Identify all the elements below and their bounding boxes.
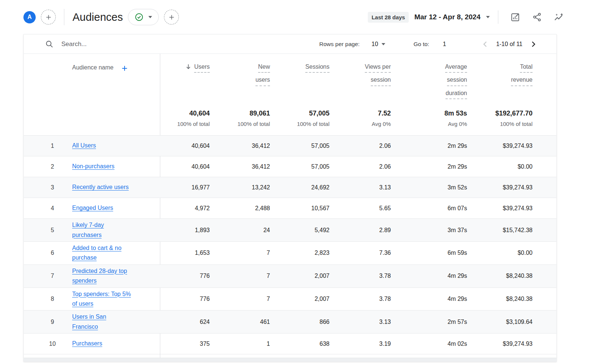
chevron-left-icon <box>480 39 490 49</box>
cell-users: 40,604 <box>160 163 210 170</box>
cell-sessions: 638 <box>270 341 329 347</box>
chevron-down-icon[interactable] <box>382 43 385 45</box>
table-row: 1 All Users 40,604 36,412 57,005 2.06 2m… <box>24 135 556 156</box>
column-header-new-users[interactable]: New users <box>210 64 270 103</box>
cell-total-revenue: $39,274.93 <box>467 205 533 212</box>
audience-link[interactable]: Recently active users <box>72 184 129 190</box>
table-row: 5 Likely 7-day purchasers 1,893 24 5,492… <box>24 218 556 241</box>
table-row: 6 Added to cart & no purchase 1,653 7 2,… <box>24 241 556 264</box>
avatar[interactable]: A <box>23 11 36 23</box>
cell-views-per-session: 3.13 <box>329 184 391 191</box>
share-button[interactable] <box>530 10 544 24</box>
audience-name-header: Audience name <box>72 64 113 71</box>
check-circle-icon <box>135 13 144 22</box>
cell-new-users: 461 <box>210 319 270 325</box>
goto-page-label: Go to: <box>414 41 429 48</box>
chevron-right-icon <box>528 39 538 49</box>
total-users: 40,604 100% of total <box>160 110 210 127</box>
cell-new-users: 7 <box>210 273 270 279</box>
cell-avg-session-duration: 3m 52s <box>391 184 467 191</box>
table-bottom-filler <box>24 354 556 358</box>
audience-link[interactable]: All Users <box>72 142 96 149</box>
cell-views-per-session: 7.36 <box>329 250 391 256</box>
cell-sessions: 57,005 <box>270 163 329 170</box>
audience-link[interactable]: Non-purchasers <box>72 163 115 169</box>
page-title: Audiences <box>73 11 123 23</box>
cell-views-per-session: 5.65 <box>329 205 391 212</box>
add-comparison-button[interactable] <box>41 10 56 25</box>
cell-users: 776 <box>160 273 210 279</box>
column-header-sessions[interactable]: Sessions <box>270 64 329 103</box>
search-input[interactable] <box>61 40 232 48</box>
audience-link[interactable]: Added to cart & no purchase <box>72 245 122 261</box>
cell-avg-session-duration: 4m 02s <box>391 341 467 347</box>
customize-report-button[interactable] <box>508 10 522 25</box>
column-header-views-per-session[interactable]: Views per session <box>329 64 391 103</box>
cell-views-per-session: 2.06 <box>329 163 391 170</box>
cell-total-revenue: $3,109.64 <box>467 319 533 325</box>
cell-total-revenue: $0.00 <box>467 163 533 170</box>
previous-page-button[interactable] <box>480 39 491 50</box>
date-range-value: Mar 12 - Apr 8, 2024 <box>414 13 480 21</box>
total-new-users: 89,061 100% of total <box>210 110 270 127</box>
add-dimension-button[interactable] <box>121 65 128 72</box>
cell-sessions: 2,007 <box>270 296 329 302</box>
audience-name-header-cell: Audience name <box>63 64 160 103</box>
goto-page-input[interactable] <box>438 40 451 48</box>
audience-link[interactable]: Purchasers <box>72 340 102 347</box>
date-range-selector[interactable]: Last 28 days Mar 12 - Apr 8, 2024 <box>368 12 490 23</box>
table-row: 2 Non-purchasers 40,604 36,412 57,005 2.… <box>24 156 556 177</box>
cell-sessions: 5,492 <box>270 227 329 234</box>
report-status-pill[interactable] <box>128 9 159 25</box>
audience-link[interactable]: Engaged Users <box>72 205 113 211</box>
cell-new-users: 7 <box>210 296 270 302</box>
date-range-chip: Last 28 days <box>368 12 409 23</box>
column-header-users[interactable]: Users <box>160 64 210 103</box>
add-report-button[interactable] <box>164 10 179 25</box>
cell-users: 4,972 <box>160 205 210 212</box>
top-bar-left: A Audiences <box>23 9 179 25</box>
divider <box>64 9 64 25</box>
cell-new-users: 2,488 <box>210 205 270 212</box>
horizontal-scrollbar[interactable] <box>24 358 556 361</box>
chevron-down-icon <box>486 16 490 18</box>
audience-link[interactable]: Users in San Francisco <box>72 313 106 329</box>
audiences-table: Audience name Users New users <box>24 54 556 358</box>
cell-total-revenue: $39,274.93 <box>467 341 533 347</box>
cell-new-users: 13,242 <box>210 184 270 191</box>
cell-avg-session-duration: 2m 29s <box>391 163 467 170</box>
total-sessions: 57,005 100% of total <box>270 110 329 127</box>
next-page-button[interactable] <box>528 39 539 50</box>
cell-new-users: 36,412 <box>210 143 270 149</box>
row-number: 4 <box>42 205 63 212</box>
audience-link[interactable]: Top spenders: Top 5% of users <box>72 291 131 307</box>
insights-button[interactable] <box>551 10 566 25</box>
pagination-controls: Rows per page: 10 Go to: 1-10 of 11 <box>319 39 539 50</box>
row-number: 5 <box>42 227 63 234</box>
cell-avg-session-duration: 4m 29s <box>391 273 467 279</box>
cell-avg-session-duration: 2m 29s <box>391 143 467 149</box>
table-row: 4 Engaged Users 4,972 2,488 10,567 5.65 … <box>24 198 556 218</box>
column-header-total-revenue[interactable]: Total revenue <box>467 64 533 103</box>
cell-users: 40,604 <box>160 143 210 149</box>
cell-sessions: 57,005 <box>270 143 329 149</box>
search-icon <box>45 40 54 48</box>
cell-avg-session-duration: 6m 07s <box>391 205 467 212</box>
cell-avg-session-duration: 4m 29s <box>391 296 467 302</box>
row-number-header <box>42 64 63 103</box>
total-average-session-duration: 8m 53s Avg 0% <box>391 110 467 127</box>
cell-total-revenue: $39,274.93 <box>467 143 533 149</box>
cell-total-revenue: $15,742.38 <box>467 227 533 234</box>
cell-new-users: 36,412 <box>210 163 270 170</box>
cell-sessions: 866 <box>270 319 329 325</box>
audience-link[interactable]: Predicted 28-day top spenders <box>72 268 127 284</box>
search-area <box>45 40 319 48</box>
table-row: 10 Purchasers 375 1 638 3.19 4m 02s $39,… <box>24 333 556 354</box>
cell-total-revenue: $39,274.93 <box>467 184 533 191</box>
row-number: 2 <box>42 163 63 170</box>
insights-icon <box>554 12 564 22</box>
audience-link[interactable]: Likely 7-day purchasers <box>72 222 104 238</box>
rows-per-page-value[interactable]: 10 <box>372 41 378 48</box>
row-number: 8 <box>42 296 63 302</box>
column-header-average-session-duration[interactable]: Average session duration <box>391 64 467 103</box>
